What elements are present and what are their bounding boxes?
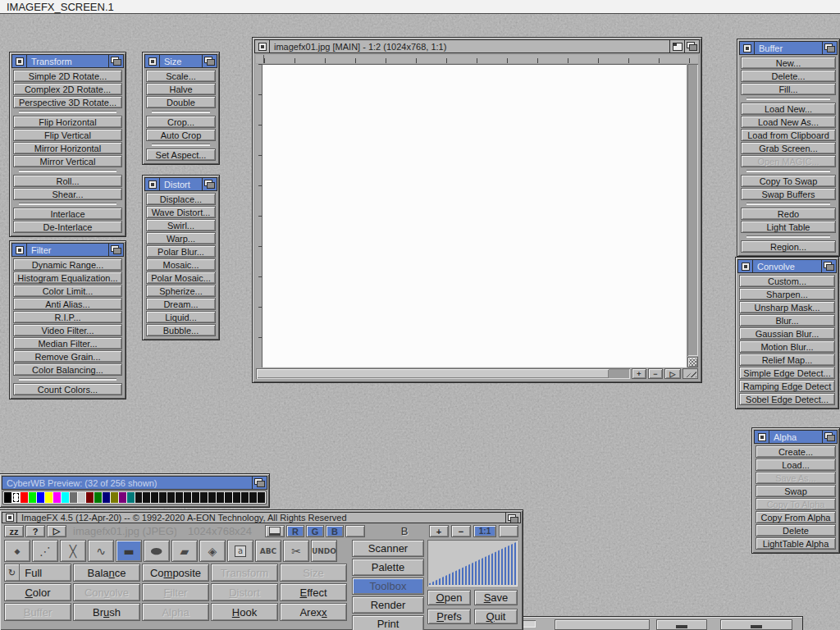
palette-button[interactable]: Perspective 3D Rotate... (13, 96, 122, 108)
arexx-button[interactable]: Arexx (280, 603, 347, 621)
palette-button[interactable]: Simple 2D Rotate... (13, 70, 122, 82)
polygon-tool[interactable]: ▰ (171, 540, 198, 562)
color-swatch[interactable] (159, 492, 167, 503)
point-tool[interactable]: ◆ (4, 540, 30, 562)
palette-button[interactable]: Load New As... (741, 116, 836, 128)
palette-button[interactable]: Simple Edge Detect... (739, 367, 835, 379)
close-gadget-icon[interactable] (145, 55, 160, 67)
close-gadget-icon[interactable] (738, 260, 753, 272)
color-swatch[interactable] (241, 492, 249, 503)
palette-button[interactable]: LightTable Alpha (756, 537, 836, 550)
cyberwb-titlebar[interactable]: CyberWB Preview: (32 of 256 shown) (2, 477, 267, 489)
palette-button[interactable]: Custom... (739, 275, 835, 287)
zoom-ratio-button[interactable]: 1:1 (473, 525, 496, 537)
fill-brush-tool[interactable]: ◈ (199, 540, 226, 562)
color-swatch[interactable] (70, 492, 77, 503)
pattern-button[interactable] (499, 525, 518, 537)
palette-button[interactable]: Anti Alias... (13, 298, 122, 310)
transform-titlebar[interactable]: Transform (12, 55, 123, 67)
palette-button[interactable]: R.I.P... (13, 311, 122, 323)
zoom-out-button[interactable]: − (648, 368, 663, 379)
color-swatch[interactable] (249, 492, 257, 503)
color-swatch[interactable] (192, 492, 199, 503)
palette-button[interactable]: Sharpen... (739, 288, 835, 300)
curve-tool[interactable]: ∿ (88, 540, 114, 562)
toolbox-panel-button[interactable]: Toolbox (352, 578, 424, 595)
color-swatch[interactable] (143, 492, 150, 503)
palette-button[interactable]: Polar Mosaic... (146, 272, 216, 284)
palette-button[interactable]: Mirror Horizontal (13, 142, 122, 154)
palette-button[interactable]: Unsharp Mask... (739, 301, 835, 313)
color-swatch[interactable] (200, 492, 208, 503)
palette-button[interactable]: Flip Horizontal (13, 116, 122, 128)
open-button[interactable]: Open (427, 590, 471, 605)
palette-button[interactable]: Wave Distort... (146, 206, 216, 218)
scrollbar-knob[interactable] (257, 369, 609, 378)
status-button-1[interactable] (555, 619, 650, 630)
color-swatch[interactable] (53, 492, 61, 503)
palette-button[interactable]: Gaussian Blur... (739, 327, 835, 340)
play-button[interactable]: ▷ (47, 525, 66, 537)
palette-button[interactable]: Dream... (146, 298, 216, 310)
depth-gadget-icon[interactable] (684, 40, 699, 52)
status-button-3[interactable] (720, 619, 792, 630)
convolve-titlebar[interactable]: Convolve (738, 260, 836, 272)
distort-button[interactable]: Distort (211, 583, 278, 601)
color-swatch[interactable] (233, 492, 240, 503)
palette-button[interactable]: Crop... (146, 116, 216, 128)
channel-r-button[interactable]: R (286, 525, 304, 537)
depth-gadget-icon[interactable] (108, 55, 123, 67)
palette-button[interactable]: Dynamic Range... (13, 258, 122, 271)
undo-button[interactable]: UNDO (311, 540, 337, 562)
zoom-out-button[interactable]: − (451, 525, 471, 537)
resize-gadget-icon[interactable] (682, 368, 698, 379)
color-swatch[interactable] (127, 492, 135, 503)
palette-button[interactable]: Create... (756, 445, 836, 458)
depth-gadget-icon[interactable] (252, 477, 267, 489)
render-panel-button[interactable]: Render (352, 596, 424, 614)
color-swatch[interactable] (4, 492, 11, 503)
palette-button[interactable]: Video Filter... (13, 324, 122, 336)
depth-gadget-icon[interactable] (108, 244, 123, 256)
line-tool[interactable]: ╳ (60, 540, 86, 562)
zoom-gadget-icon[interactable] (669, 40, 684, 52)
color-swatch[interactable] (12, 492, 20, 503)
channel-g-button[interactable]: G (306, 525, 324, 537)
palette-button[interactable]: Mosaic... (146, 258, 216, 271)
color-swatch[interactable] (217, 492, 224, 503)
palette-button[interactable]: Light Table (741, 221, 836, 233)
palette-button[interactable]: De-Interlace (13, 221, 122, 233)
palette-button[interactable]: Load New... (741, 103, 836, 115)
palette-button[interactable]: Fill... (741, 83, 836, 95)
palette-button[interactable]: Scale... (146, 70, 216, 82)
depth-gadget-icon[interactable] (822, 431, 837, 443)
palette-button[interactable]: Color Balancing... (13, 363, 122, 376)
color-swatch[interactable] (62, 492, 69, 503)
color-swatch[interactable] (103, 492, 110, 503)
color-swatch[interactable] (176, 492, 183, 503)
color-swatch[interactable] (86, 492, 94, 503)
palette-button[interactable]: Double (146, 96, 216, 108)
ellipse-tool[interactable]: ● (144, 540, 170, 562)
color-swatch[interactable] (29, 492, 36, 503)
depth-gadget-icon[interactable] (202, 55, 217, 67)
composite-button[interactable]: Composite (142, 564, 209, 582)
save-button[interactable]: Save (474, 590, 518, 605)
screen-titlebar[interactable]: IMAGEFX_SCREEN.1 (0, 0, 840, 14)
color-swatch[interactable] (151, 492, 158, 503)
palette-button[interactable]: Complex 2D Rotate... (13, 83, 122, 95)
text-tool[interactable]: ABC (255, 540, 281, 562)
palette-button[interactable]: Flip Vertical (13, 129, 122, 141)
palette-button[interactable]: Median Filter... (13, 337, 122, 349)
palette-button[interactable]: Displace... (146, 193, 216, 205)
depth-gadget-icon[interactable] (822, 42, 837, 54)
color-swatch[interactable] (78, 492, 85, 503)
color-swatch[interactable] (45, 492, 52, 503)
filter-button[interactable]: Filter (142, 583, 209, 601)
color-swatch[interactable] (37, 492, 44, 503)
color-swatch[interactable] (208, 492, 216, 503)
palette-button[interactable]: Load... (756, 459, 836, 471)
palette-button[interactable]: Save As... (756, 472, 836, 484)
close-gadget-icon[interactable] (255, 40, 270, 52)
hook-button[interactable]: Hook (211, 603, 278, 621)
